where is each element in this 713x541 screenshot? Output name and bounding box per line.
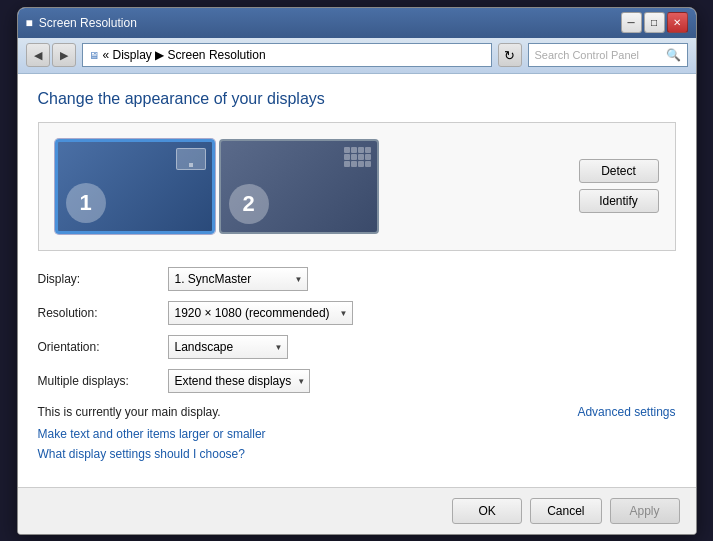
window-controls: ─ □ ✕ (621, 12, 688, 33)
link-row-1: Make text and other items larger or smal… (38, 427, 676, 441)
multiple-displays-label: Multiple displays: (38, 374, 168, 388)
form-area: Display: 1. SyncMaster ▼ Resolution: 192… (38, 267, 676, 393)
back-button[interactable]: ◀ (26, 43, 50, 67)
search-box[interactable]: Search Control Panel 🔍 (528, 43, 688, 67)
monitor-1-mini-icon (176, 148, 206, 170)
search-placeholder: Search Control Panel (535, 49, 640, 61)
monitor-2[interactable]: 2 (219, 139, 379, 234)
multiple-displays-select[interactable]: Extend these displays ▼ (168, 369, 676, 393)
display-dropdown-arrow: ▼ (295, 274, 303, 283)
resolution-dropdown-arrow: ▼ (340, 308, 348, 317)
monitor-2-number: 2 (229, 184, 269, 224)
monitor-1-number: 1 (66, 183, 106, 223)
display-label: Display: (38, 272, 168, 286)
bottom-bar: OK Cancel Apply (18, 487, 696, 534)
minimize-button[interactable]: ─ (621, 12, 642, 33)
text-size-link[interactable]: Make text and other items larger or smal… (38, 427, 266, 441)
monitor-2-grid-icon (344, 147, 371, 167)
displays-group: 1 2 (55, 139, 379, 234)
search-icon[interactable]: 🔍 (666, 48, 681, 62)
title-bar: ■ Screen Resolution ─ □ ✕ (18, 8, 696, 38)
apply-button[interactable]: Apply (610, 498, 680, 524)
detect-identify-buttons: Detect Identify (579, 159, 659, 213)
window-icon: ■ (26, 16, 33, 30)
nav-buttons: ◀ ▶ (26, 43, 76, 67)
monitor-1[interactable]: 1 (55, 139, 215, 234)
address-icon: 🖥 (89, 50, 99, 61)
content-area: Change the appearance of your displays 1… (18, 74, 696, 487)
displays-panel: 1 2 Detect Identify (38, 122, 676, 251)
resolution-select[interactable]: 1920 × 1080 (recommended) ▼ (168, 301, 676, 325)
window-title: Screen Resolution (39, 16, 137, 30)
identify-button[interactable]: Identify (579, 189, 659, 213)
resolution-label: Resolution: (38, 306, 168, 320)
address-input[interactable]: 🖥 « Display ▶ Screen Resolution (82, 43, 492, 67)
multiple-displays-dropdown-arrow: ▼ (297, 376, 305, 385)
link-row-2: What display settings should I choose? (38, 447, 676, 461)
orientation-select[interactable]: Landscape ▼ (168, 335, 676, 359)
breadcrumb-text: « Display ▶ Screen Resolution (103, 48, 266, 62)
status-row: This is currently your main display. Adv… (38, 405, 676, 419)
display-settings-link[interactable]: What display settings should I choose? (38, 447, 245, 461)
maximize-button[interactable]: □ (644, 12, 665, 33)
orientation-dropdown-arrow: ▼ (275, 342, 283, 351)
forward-button[interactable]: ▶ (52, 43, 76, 67)
resolution-value: 1920 × 1080 (recommended) (175, 306, 330, 320)
orientation-label: Orientation: (38, 340, 168, 354)
close-button[interactable]: ✕ (667, 12, 688, 33)
main-window: ■ Screen Resolution ─ □ ✕ ◀ ▶ 🖥 « Displa… (17, 7, 697, 535)
page-title: Change the appearance of your displays (38, 90, 676, 108)
advanced-settings-link[interactable]: Advanced settings (577, 405, 675, 419)
multiple-displays-value: Extend these displays (175, 374, 292, 388)
detect-button[interactable]: Detect (579, 159, 659, 183)
cancel-button[interactable]: Cancel (530, 498, 601, 524)
ok-button[interactable]: OK (452, 498, 522, 524)
refresh-button[interactable]: ↻ (498, 43, 522, 67)
orientation-value: Landscape (175, 340, 234, 354)
main-display-status: This is currently your main display. (38, 405, 221, 419)
display-value: 1. SyncMaster (175, 272, 252, 286)
display-select[interactable]: 1. SyncMaster ▼ (168, 267, 676, 291)
address-bar: ◀ ▶ 🖥 « Display ▶ Screen Resolution ↻ Se… (18, 38, 696, 74)
